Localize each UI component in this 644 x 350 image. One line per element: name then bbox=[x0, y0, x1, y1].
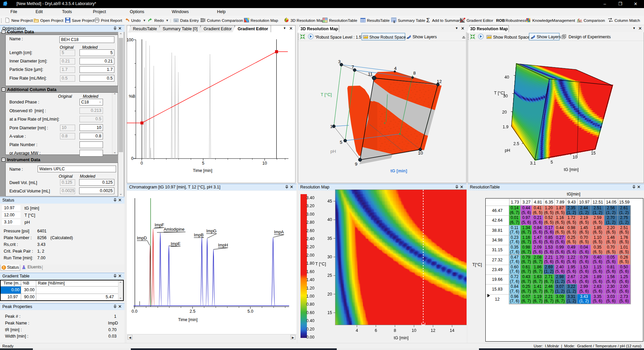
svg-text:Σ: Σ bbox=[393, 20, 395, 24]
svg-text:30: 30 bbox=[327, 255, 332, 259]
svg-text:15: 15 bbox=[327, 310, 332, 315]
svg-text:0: 0 bbox=[131, 156, 133, 161]
svg-text:tG [min]: tG [min] bbox=[390, 168, 407, 173]
svg-text:35: 35 bbox=[327, 236, 332, 241]
svg-text:8: 8 bbox=[394, 328, 396, 333]
svg-text:8: 8 bbox=[413, 71, 416, 76]
svg-text:7: 7 bbox=[352, 64, 354, 70]
svg-text:45: 45 bbox=[327, 199, 332, 204]
svg-text:10: 10 bbox=[262, 161, 267, 166]
svg-text:ImpG: ImpG bbox=[206, 229, 217, 233]
svg-text:ImpD: ImpD bbox=[137, 236, 147, 240]
svg-text:!: ! bbox=[3, 266, 4, 269]
svg-text:5.0: 5.0 bbox=[248, 309, 253, 314]
svg-text:Time [min]: Time [min] bbox=[193, 168, 212, 173]
svg-text:9: 9 bbox=[355, 162, 358, 167]
svg-text:12: 12 bbox=[437, 79, 442, 84]
svg-text:0.0: 0.0 bbox=[131, 309, 137, 314]
svg-text:Time [min]: Time [min] bbox=[178, 317, 198, 322]
svg-text:Amlodipine: Amlodipine bbox=[164, 227, 184, 232]
svg-text:1: 1 bbox=[330, 124, 333, 129]
svg-text:6: 6 bbox=[375, 328, 377, 333]
svg-text:tG [min]: tG [min] bbox=[394, 336, 409, 340]
svg-text:Σ: Σ bbox=[426, 17, 430, 24]
svg-text:3: 3 bbox=[338, 59, 341, 64]
svg-text:0: 0 bbox=[141, 161, 143, 166]
svg-text:4: 4 bbox=[356, 328, 358, 333]
svg-text:pH: pH bbox=[330, 149, 336, 154]
svg-text:20: 20 bbox=[327, 292, 332, 297]
svg-text:T [°C]: T [°C] bbox=[315, 262, 326, 266]
svg-text:40: 40 bbox=[327, 217, 332, 222]
svg-text:ImpA: ImpA bbox=[274, 230, 284, 234]
svg-text:2.5: 2.5 bbox=[190, 309, 195, 314]
svg-text:ImpH: ImpH bbox=[218, 243, 228, 248]
svg-text:100: 100 bbox=[126, 38, 133, 42]
svg-text:5: 5 bbox=[340, 140, 342, 145]
svg-text:11: 11 bbox=[368, 72, 373, 77]
svg-text:5: 5 bbox=[202, 161, 204, 166]
svg-text:ImpB: ImpB bbox=[194, 233, 204, 237]
svg-text:12: 12 bbox=[431, 328, 435, 333]
svg-text:ImpE: ImpE bbox=[171, 242, 180, 246]
svg-text:ImpF: ImpF bbox=[155, 223, 164, 227]
svg-text:14: 14 bbox=[450, 328, 454, 333]
svg-text:10: 10 bbox=[412, 328, 416, 333]
svg-text:4: 4 bbox=[394, 66, 397, 71]
svg-text:10: 10 bbox=[418, 150, 423, 156]
svg-text:25: 25 bbox=[327, 273, 332, 278]
svg-text:T [°C]: T [°C] bbox=[321, 92, 332, 97]
svg-text:%B: %B bbox=[129, 94, 135, 99]
